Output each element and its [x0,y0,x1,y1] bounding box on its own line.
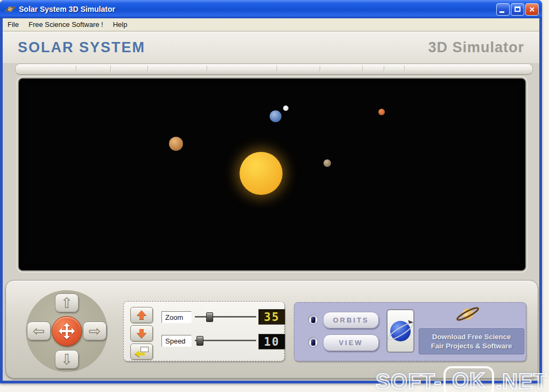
header-title-right: 3D Simulator [428,39,524,56]
watermark-suffix: .NET [496,369,547,392]
pan-down-button[interactable]: ⇩ [55,350,79,369]
download-link[interactable]: Download Free Science Fair Projects & So… [419,328,524,354]
orange-down-arrow-icon [136,328,147,338]
zoom-out-button[interactable] [130,325,153,341]
zoom-label: Zoom [161,311,192,323]
saturn-image [454,303,482,325]
watermark-prefix: SOFT- [376,369,442,392]
globe-button[interactable] [386,309,414,353]
window-title: Solar System 3D Simulator [19,5,496,13]
screenshot-root: { "window": { "title": "Solar System 3D … [0,0,549,392]
saturn-app-icon [4,5,16,13]
pan-right-button[interactable]: ⇨ [83,321,107,340]
slider-panel: Zoom Speed 35 10 [123,301,285,361]
maximize-button[interactable] [511,3,524,16]
menu-help[interactable]: Help [108,19,132,30]
reset-view-button[interactable] [130,344,153,360]
move-icon [60,324,74,338]
direction-pad: ⇧ ⇩ ⇦ ⇨ [26,290,108,372]
title-bar: Solar System 3D Simulator × [0,0,542,18]
zoom-slider-track[interactable] [195,316,256,318]
close-button[interactable]: × [525,3,539,16]
orange-up-arrow-icon [136,310,147,320]
menu-bar: File Free Science Software ! Help [3,18,539,31]
right-arrow-icon: ⇨ [89,324,101,338]
maximize-icon [515,6,520,12]
menu-free-science-software[interactable]: Free Science Software ! [24,19,108,30]
app-header: SOLAR SYSTEM 3D Simulator [3,32,539,63]
zoom-value-display: 35 [258,309,285,325]
down-arrow-icon: ⇩ [61,352,73,367]
control-panel: ⇧ ⇩ ⇦ ⇨ [5,280,538,379]
window-body: File Free Science Software ! Help SOLAR … [3,18,539,381]
sun [240,152,283,195]
moon [283,106,288,111]
zoom-slider[interactable] [195,312,256,322]
view-indicator-led [308,337,318,347]
pan-center-button[interactable] [52,316,82,346]
view-button[interactable]: VIEW [323,334,379,351]
options-panel: ORBITS VIEW [294,302,526,361]
speed-label: Speed [161,335,192,347]
mercury [323,159,331,167]
space-viewport[interactable] [18,78,526,271]
speed-slider-track[interactable] [195,340,256,342]
close-icon: × [526,4,538,15]
pan-up-button[interactable]: ⇧ [55,293,79,312]
menu-file[interactable]: File [3,19,24,30]
app-window: Solar System 3D Simulator × File Free Sc… [0,0,542,383]
download-line1: Download Free Science [419,333,524,341]
zoom-slider-handle[interactable] [206,312,213,322]
download-line2: Fair Projects & Software [419,342,524,350]
orbits-button[interactable]: ORBITS [323,312,379,328]
header-title-left: SOLAR SYSTEM [18,39,145,56]
minimize-button[interactable] [496,3,510,16]
soft-ok-watermark: SOFT- OK .NET [376,366,547,392]
speed-slider[interactable] [195,336,256,346]
speed-slider-handle[interactable] [196,336,203,346]
zoom-in-button[interactable] [130,307,153,323]
watermark-ok-box: OK [444,366,494,392]
orbiting-globe-icon [390,321,411,341]
minimize-icon [499,11,504,13]
up-arrow-icon: ⇧ [61,296,73,310]
yellow-back-arrow-icon [135,347,149,356]
earth [270,110,281,122]
speed-value-display: 10 [258,334,285,349]
left-arrow-icon: ⇦ [33,324,45,338]
mars [378,109,385,115]
orbits-indicator-led [308,314,318,325]
pan-left-button[interactable]: ⇦ [27,321,51,340]
segment-strip [15,64,533,75]
venus [169,137,183,151]
